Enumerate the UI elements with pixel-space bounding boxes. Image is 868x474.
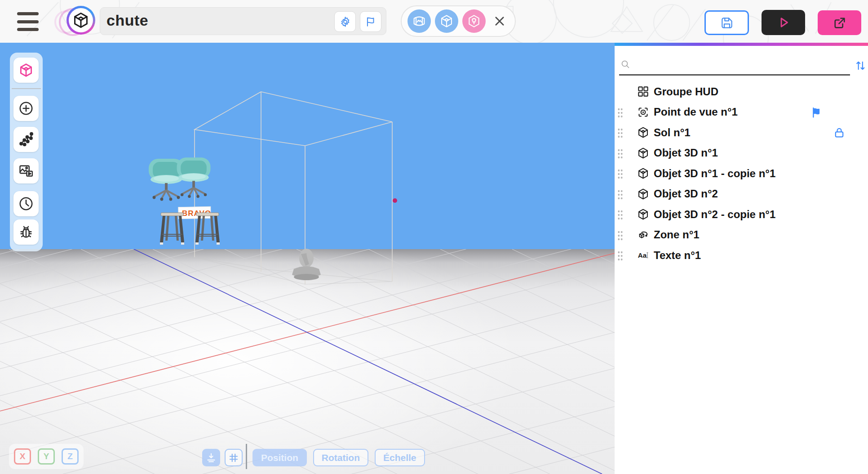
- left-toolbar: [10, 53, 43, 251]
- layer-row[interactable]: Point de vue n°1: [615, 102, 868, 123]
- cube-tool-icon: [18, 63, 34, 78]
- cube-icon: [637, 208, 649, 220]
- layer-label: Texte n°1: [654, 249, 701, 262]
- panel-gradient-bar: [615, 43, 868, 46]
- scene-canvas: BRAVO: [0, 43, 615, 474]
- logic-nodes-button[interactable]: [13, 127, 39, 152]
- save-icon: [720, 16, 734, 30]
- play-button[interactable]: [762, 10, 805, 35]
- top-bar: chute: [0, 0, 868, 43]
- close-button[interactable]: [490, 11, 509, 31]
- search-input[interactable]: [619, 74, 850, 76]
- layer-label: Zone n°1: [654, 228, 700, 241]
- images-icon: [18, 163, 34, 179]
- layer-label: Objet 3D n°1: [654, 147, 718, 159]
- drag-handle-icon[interactable]: [617, 148, 623, 159]
- axis-z-button[interactable]: Z: [62, 448, 79, 465]
- cube-icon: [637, 126, 649, 139]
- snap-icon: [205, 452, 217, 464]
- grid-toggle-button[interactable]: [225, 449, 243, 466]
- settings-gear-icon: [339, 16, 351, 28]
- layer-row[interactable]: Objet 3D n°1: [615, 143, 868, 164]
- cube-icon: [637, 167, 649, 179]
- axis-toggle-group: XYZ: [9, 444, 84, 469]
- layer-row[interactable]: Objet 3D n°1 - copie n°1: [615, 163, 868, 184]
- plus-circle-icon: [18, 100, 34, 116]
- marker-dot: [393, 198, 397, 203]
- axis-y-button[interactable]: Y: [38, 448, 55, 465]
- svg-text:Aa: Aa: [638, 251, 647, 259]
- z-axis-line: [134, 249, 602, 474]
- grid-icon: [637, 85, 649, 98]
- axis-x-button[interactable]: X: [14, 448, 31, 465]
- export-button[interactable]: [818, 10, 861, 35]
- layer-row[interactable]: Zone n°1: [615, 225, 868, 246]
- table-group: BRAVO: [160, 206, 220, 245]
- layer-label: Objet 3D n°2: [654, 188, 718, 200]
- layer-row[interactable]: Groupe HUD: [615, 81, 868, 102]
- drag-handle-icon[interactable]: [617, 107, 623, 118]
- layer-list: Groupe HUDPoint de vue n°1Sol n°1Objet 3…: [615, 81, 868, 266]
- flag-icon: [365, 16, 376, 27]
- text-icon: Aa: [637, 249, 649, 261]
- play-icon: [776, 15, 791, 30]
- drag-handle-icon[interactable]: [617, 250, 623, 261]
- project-title[interactable]: chute: [106, 12, 148, 29]
- menu-icon[interactable]: [17, 12, 39, 31]
- mannequin-bust: [292, 249, 321, 280]
- project-title-field[interactable]: chute: [100, 7, 386, 35]
- clock-icon: [18, 196, 34, 212]
- cube-icon: [637, 188, 649, 200]
- layers-panel: Groupe HUDPoint de vue n°1Sol n°1Objet 3…: [615, 43, 868, 474]
- cube-view-button[interactable]: [435, 9, 458, 33]
- media-button[interactable]: [13, 158, 39, 183]
- objects-tool-button[interactable]: [13, 58, 39, 83]
- layer-row[interactable]: AaTexte n°1: [615, 245, 868, 266]
- app-logo-cube-icon: [69, 8, 93, 32]
- layer-label: Objet 3D n°1 - copie n°1: [654, 167, 775, 180]
- zone-wireframe-box: [195, 92, 392, 284]
- controls-divider: [246, 444, 247, 469]
- zone-icon: [637, 229, 649, 241]
- pin-mode-button[interactable]: [462, 9, 486, 33]
- flag-button[interactable]: [360, 11, 381, 32]
- layer-row[interactable]: Objet 3D n°2 - copie n°1: [615, 204, 868, 225]
- timeline-button[interactable]: [13, 191, 39, 216]
- layer-label: Groupe HUD: [654, 85, 718, 98]
- add-object-button[interactable]: [13, 96, 39, 121]
- cube-icon: [637, 147, 649, 159]
- debug-button[interactable]: [13, 219, 39, 245]
- nodes-graph-icon: [18, 131, 34, 148]
- transform-mode-group: PositionRotationÉchelle: [252, 449, 425, 466]
- pin-hexagon-icon: [467, 14, 481, 28]
- flag-icon[interactable]: [811, 106, 824, 119]
- grid-small-icon: [228, 452, 239, 464]
- drag-handle-icon[interactable]: [617, 128, 623, 139]
- transform-chelle-button[interactable]: Échelle: [375, 449, 425, 466]
- drag-handle-icon[interactable]: [617, 210, 623, 220]
- drag-handle-icon[interactable]: [617, 230, 623, 241]
- transform-rotation-button[interactable]: Rotation: [313, 449, 368, 466]
- floor-grid: [0, 96, 615, 474]
- export-icon: [833, 16, 847, 30]
- drag-handle-icon[interactable]: [617, 169, 623, 179]
- save-button[interactable]: [704, 10, 749, 35]
- layer-label: Objet 3D n°2 - copie n°1: [654, 208, 775, 221]
- drag-handle-icon[interactable]: [617, 189, 623, 200]
- layer-row[interactable]: Sol n°1: [615, 122, 868, 143]
- viewport-3d[interactable]: BRAVO: [0, 43, 615, 474]
- panorama-view-button[interactable]: [407, 9, 431, 33]
- layer-label: Point de vue n°1: [654, 106, 738, 118]
- layer-label: Sol n°1: [654, 126, 691, 139]
- cube-view-icon: [439, 14, 454, 28]
- sort-icon[interactable]: [855, 59, 866, 72]
- transform-position-button[interactable]: Position: [252, 449, 307, 466]
- chair-2: [177, 157, 211, 198]
- view-mode-group: [401, 5, 516, 37]
- layer-row[interactable]: Objet 3D n°2: [615, 184, 868, 205]
- search-icon: [620, 59, 631, 70]
- settings-button[interactable]: [334, 11, 356, 32]
- app-logo[interactable]: [66, 6, 95, 35]
- snap-to-ground-button[interactable]: [202, 449, 220, 466]
- lock-icon[interactable]: [833, 126, 846, 139]
